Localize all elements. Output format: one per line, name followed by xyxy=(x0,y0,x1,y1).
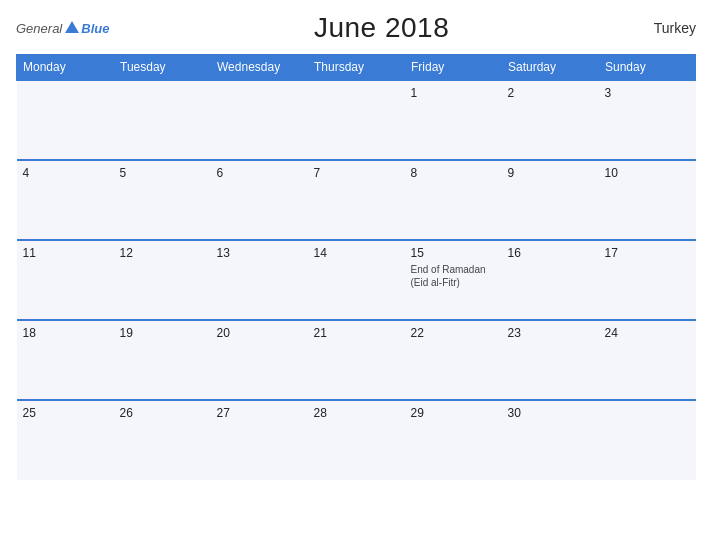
col-monday: Monday xyxy=(17,55,114,81)
calendar-day-cell: 26 xyxy=(114,400,211,480)
calendar-day-cell: 8 xyxy=(405,160,502,240)
calendar-day-cell xyxy=(599,400,696,480)
day-number: 9 xyxy=(508,166,593,180)
day-number: 16 xyxy=(508,246,593,260)
calendar-day-cell: 6 xyxy=(211,160,308,240)
day-number: 4 xyxy=(23,166,108,180)
day-number: 5 xyxy=(120,166,205,180)
day-number: 28 xyxy=(314,406,399,420)
logo-general-text: General xyxy=(16,21,62,36)
calendar-day-cell xyxy=(308,80,405,160)
calendar-day-cell: 10 xyxy=(599,160,696,240)
day-number: 25 xyxy=(23,406,108,420)
calendar-day-cell: 25 xyxy=(17,400,114,480)
day-number: 30 xyxy=(508,406,593,420)
calendar-week-row: 1112131415End of Ramadan (Eid al-Fitr)16… xyxy=(17,240,696,320)
calendar-day-cell xyxy=(17,80,114,160)
day-number: 15 xyxy=(411,246,496,260)
holiday-label: End of Ramadan (Eid al-Fitr) xyxy=(411,263,496,289)
calendar-day-cell: 14 xyxy=(308,240,405,320)
day-number: 3 xyxy=(605,86,690,100)
calendar-day-cell: 27 xyxy=(211,400,308,480)
calendar-day-cell: 7 xyxy=(308,160,405,240)
day-number: 17 xyxy=(605,246,690,260)
day-number: 1 xyxy=(411,86,496,100)
calendar-day-cell: 30 xyxy=(502,400,599,480)
calendar-day-cell: 23 xyxy=(502,320,599,400)
day-number: 13 xyxy=(217,246,302,260)
calendar-day-cell: 1 xyxy=(405,80,502,160)
calendar-day-cell: 12 xyxy=(114,240,211,320)
logo-triangle-icon xyxy=(65,21,79,33)
calendar-day-cell: 20 xyxy=(211,320,308,400)
country-label: Turkey xyxy=(654,20,696,36)
month-title: June 2018 xyxy=(314,12,449,44)
day-number: 6 xyxy=(217,166,302,180)
col-saturday: Saturday xyxy=(502,55,599,81)
calendar-day-cell: 29 xyxy=(405,400,502,480)
calendar-week-row: 18192021222324 xyxy=(17,320,696,400)
col-friday: Friday xyxy=(405,55,502,81)
calendar-day-cell: 15End of Ramadan (Eid al-Fitr) xyxy=(405,240,502,320)
day-number: 24 xyxy=(605,326,690,340)
calendar-day-cell: 11 xyxy=(17,240,114,320)
day-number: 7 xyxy=(314,166,399,180)
calendar-day-cell xyxy=(114,80,211,160)
calendar-day-cell: 2 xyxy=(502,80,599,160)
calendar-day-cell: 19 xyxy=(114,320,211,400)
calendar-day-cell: 16 xyxy=(502,240,599,320)
day-number: 8 xyxy=(411,166,496,180)
day-number: 27 xyxy=(217,406,302,420)
day-number: 11 xyxy=(23,246,108,260)
calendar-header-row: Monday Tuesday Wednesday Thursday Friday… xyxy=(17,55,696,81)
calendar-day-cell xyxy=(211,80,308,160)
day-number: 12 xyxy=(120,246,205,260)
day-number: 19 xyxy=(120,326,205,340)
calendar-week-row: 123 xyxy=(17,80,696,160)
calendar-day-cell: 22 xyxy=(405,320,502,400)
header: General Blue June 2018 Turkey xyxy=(16,12,696,44)
day-number: 2 xyxy=(508,86,593,100)
col-tuesday: Tuesday xyxy=(114,55,211,81)
day-number: 23 xyxy=(508,326,593,340)
day-number: 21 xyxy=(314,326,399,340)
calendar-table: Monday Tuesday Wednesday Thursday Friday… xyxy=(16,54,696,480)
day-number: 26 xyxy=(120,406,205,420)
col-thursday: Thursday xyxy=(308,55,405,81)
col-sunday: Sunday xyxy=(599,55,696,81)
day-number: 29 xyxy=(411,406,496,420)
calendar-day-cell: 9 xyxy=(502,160,599,240)
col-wednesday: Wednesday xyxy=(211,55,308,81)
calendar-day-cell: 5 xyxy=(114,160,211,240)
calendar-day-cell: 21 xyxy=(308,320,405,400)
calendar-day-cell: 13 xyxy=(211,240,308,320)
calendar-day-cell: 3 xyxy=(599,80,696,160)
calendar-day-cell: 4 xyxy=(17,160,114,240)
calendar-week-row: 252627282930 xyxy=(17,400,696,480)
logo-blue-text: Blue xyxy=(81,21,109,36)
calendar-day-cell: 17 xyxy=(599,240,696,320)
day-number: 14 xyxy=(314,246,399,260)
logo: General Blue xyxy=(16,21,109,36)
day-number: 20 xyxy=(217,326,302,340)
calendar-day-cell: 24 xyxy=(599,320,696,400)
calendar-week-row: 45678910 xyxy=(17,160,696,240)
calendar-day-cell: 28 xyxy=(308,400,405,480)
calendar-day-cell: 18 xyxy=(17,320,114,400)
day-number: 22 xyxy=(411,326,496,340)
day-number: 18 xyxy=(23,326,108,340)
day-number: 10 xyxy=(605,166,690,180)
page: General Blue June 2018 Turkey Monday Tue… xyxy=(0,0,712,550)
